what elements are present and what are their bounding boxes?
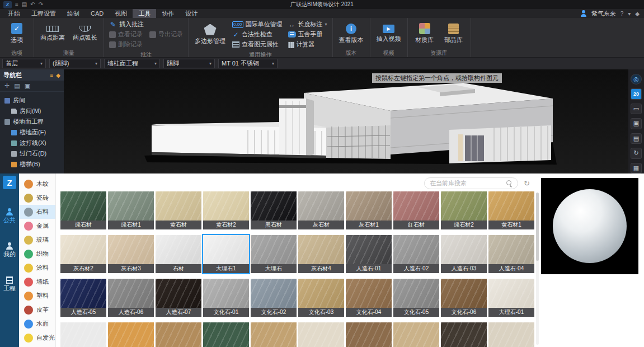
tree-item-wave-line-x[interactable]: 波打线(X) [0, 138, 64, 148]
materials-scrollbar[interactable] [536, 193, 539, 345]
material-tile-partial-2[interactable] [156, 322, 201, 347]
international-units-button[interactable]: 0.00 国际单位管理 [231, 20, 284, 29]
material-tile[interactable]: 绿石材1 [108, 191, 154, 229]
material-tile[interactable]: 人造石-02 [393, 235, 439, 273]
add-icon[interactable]: ✛ [4, 82, 10, 90]
material-tile[interactable]: 人造石-07 [156, 279, 201, 317]
category-item-5[interactable]: 织物 [19, 247, 55, 261]
context-dropdown-0[interactable]: 首层▾ [2, 59, 46, 68]
tree-item-floor-f[interactable]: 楼地面(F) [0, 127, 64, 138]
category-item-11[interactable]: 自发光 [19, 331, 55, 345]
context-dropdown-4[interactable]: MT 01 不锈钢▾ [218, 59, 278, 68]
list-icon[interactable]: ▤ [14, 82, 20, 90]
material-tile[interactable]: 绿石材2 [441, 191, 487, 229]
material-tile-partial-9[interactable] [488, 322, 534, 347]
material-tile-partial-4[interactable] [251, 322, 297, 347]
grid-view-button[interactable]: ▦ [631, 163, 642, 174]
menu-tab-7[interactable]: 设计 [180, 9, 203, 18]
chevron-down-icon[interactable]: ▾ [628, 11, 631, 17]
material-tile[interactable]: 大理石 [251, 235, 297, 273]
menu-icon[interactable]: ≡ [15, 2, 18, 7]
rotate-view-button[interactable]: ↻ [631, 148, 642, 158]
material-tile[interactable]: 大理石-01 [488, 279, 534, 317]
tree-item-threshold-stone-d[interactable]: 过门石(D) [0, 148, 64, 159]
material-tile[interactable]: 灰石材1 [346, 191, 392, 229]
menu-tab-3[interactable]: CAD [85, 9, 109, 18]
two-point-distance-button[interactable]: 两点距离 [38, 25, 67, 43]
category-item-1[interactable]: 瓷砖 [19, 191, 55, 205]
tab-project[interactable]: 工程 [3, 276, 16, 292]
menu-tab-6[interactable]: 协作 [156, 9, 180, 18]
layout-view-button[interactable]: ▤ [631, 133, 642, 144]
menu-tab-2[interactable]: 绘制 [62, 9, 85, 18]
search-icon[interactable] [506, 180, 513, 186]
insert-video-button[interactable]: ▶ 插入视频 [374, 24, 403, 44]
refresh-icon[interactable]: ↻ [524, 179, 530, 187]
category-item-10[interactable]: 水面 [19, 317, 55, 331]
material-tile-partial-7[interactable] [393, 322, 439, 347]
iso-view-button[interactable]: ▣ [631, 118, 642, 129]
tree-item-stairs-b[interactable]: 楼梯(B) [0, 159, 64, 170]
redo-icon[interactable]: ↷ [39, 2, 43, 7]
material-tile[interactable]: 灰石材2 [60, 235, 106, 273]
material-tile[interactable]: 文化石-03 [298, 279, 344, 317]
material-tile[interactable]: 灰石材3 [108, 235, 154, 273]
menu-tab-4[interactable]: 视图 [109, 9, 133, 18]
material-tile[interactable]: 人造石-06 [108, 279, 154, 317]
material-tile[interactable]: 灰石材4 [298, 235, 344, 273]
export-records-button[interactable]: 导出记录 [148, 30, 184, 39]
material-tile[interactable]: 黄石材1 [488, 191, 534, 229]
view-version-button[interactable]: i 查看版本 [337, 22, 366, 45]
view-records-button[interactable]: 查看记录 [108, 30, 145, 39]
pin-icon[interactable]: ◆ [635, 11, 640, 17]
menu-tab-0[interactable]: 开始 [2, 9, 26, 18]
material-tile[interactable]: 红石材 [393, 191, 439, 229]
material-tile[interactable]: 人造石-05 [60, 279, 106, 317]
material-tile[interactable]: 黑石材 [251, 191, 297, 229]
building-model[interactable] [136, 76, 561, 170]
menu-tab-1[interactable]: 工程设置 [26, 9, 62, 18]
material-tile[interactable]: 人造石-03 [441, 235, 487, 273]
material-tile[interactable]: 黄石材 [156, 191, 201, 229]
category-item-3[interactable]: 金属 [19, 219, 55, 233]
category-item-4[interactable]: 玻璃 [19, 233, 55, 247]
calculator-button[interactable]: 计算器 [287, 40, 328, 49]
hamburger-icon[interactable]: ≡ [50, 72, 53, 78]
tree-item-room-m[interactable]: 房间(M) [0, 106, 64, 116]
material-tile-partial-1[interactable] [108, 322, 154, 347]
category-item-8[interactable]: 塑料 [19, 289, 55, 303]
material-tile-partial-6[interactable] [346, 322, 392, 347]
view-element-properties-button[interactable]: 查看图元属性 [231, 40, 284, 49]
material-tile[interactable]: 大理石1 [203, 235, 249, 273]
rounding-manual-button[interactable]: 五舍手册 [287, 30, 328, 39]
parts-library-button[interactable]: 部品库 [441, 22, 467, 45]
material-tile[interactable]: 文化石-05 [393, 279, 439, 317]
material-tile[interactable]: 石材 [156, 235, 201, 273]
material-tile-partial-3[interactable] [203, 322, 249, 347]
tab-public[interactable]: 公共 [3, 208, 16, 223]
insert-annotation-button[interactable]: ✎ 插入批注 [108, 20, 145, 29]
material-tile[interactable]: 绿石材 [60, 191, 106, 229]
context-dropdown-2[interactable]: 墙柱面工程▾ [104, 59, 160, 68]
pin-icon[interactable]: ◆ [56, 72, 60, 78]
validity-check-button[interactable]: ✓ 合法性检查 [231, 30, 284, 39]
save-icon[interactable]: ▤ [22, 2, 27, 7]
context-dropdown-3[interactable]: 踢脚▾ [163, 59, 215, 68]
material-tile[interactable]: 灰石材 [298, 191, 344, 229]
material-tile[interactable]: 文化石-01 [203, 279, 249, 317]
two-point-arc-button[interactable]: 两点弧长 [70, 25, 100, 43]
length-dimension-button[interactable]: ↔ 长度标注 ▾ [287, 20, 328, 29]
options-button[interactable]: ✓ 选项 [4, 22, 30, 45]
tree-group-floor-work[interactable]: 楼地面工程 [0, 116, 64, 127]
material-tile[interactable]: 文化石-02 [251, 279, 297, 317]
material-tile-partial-0[interactable] [60, 322, 106, 347]
material-tile[interactable]: 文化石-04 [346, 279, 392, 317]
fit-view-button[interactable]: ▭ [631, 104, 642, 114]
delete-records-button[interactable]: 删除记录 [108, 40, 145, 49]
search-input[interactable] [430, 180, 502, 186]
material-tile-partial-5[interactable] [298, 322, 344, 347]
material-tile[interactable]: 黄石材2 [203, 191, 249, 229]
material-library-button[interactable]: 材质库 [412, 22, 438, 45]
category-item-0[interactable]: 木纹 [19, 177, 55, 191]
category-item-2[interactable]: 石料 [19, 205, 55, 219]
